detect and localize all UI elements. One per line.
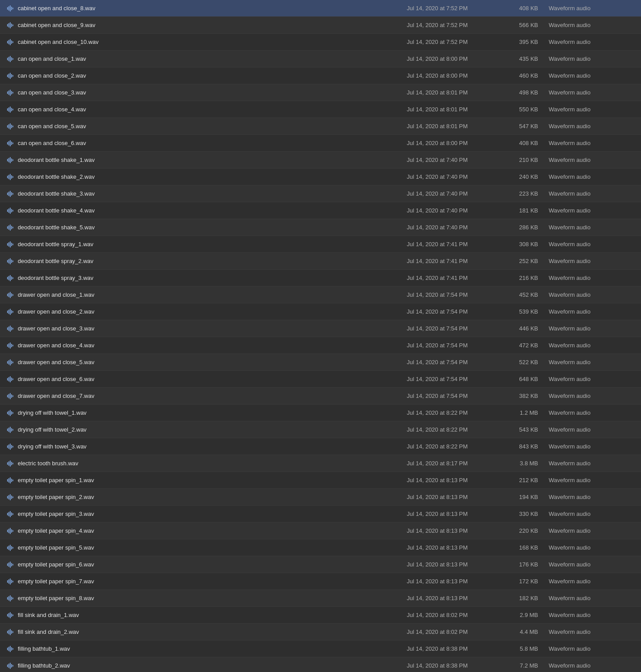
waveform-audio-icon	[6, 425, 15, 434]
svg-rect-198	[11, 664, 12, 668]
table-row[interactable]: can open and close_5.wav Jul 14, 2020 at…	[0, 118, 641, 135]
file-kind: Waveform audio	[549, 140, 637, 146]
file-size: 286 KB	[504, 224, 549, 231]
table-row[interactable]: fill sink and drain_1.wav Jul 14, 2020 a…	[0, 607, 641, 624]
svg-rect-53	[11, 175, 12, 179]
file-icon-cell	[4, 173, 18, 181]
file-kind: Waveform audio	[549, 22, 637, 28]
file-icon-cell	[4, 543, 18, 552]
svg-rect-113	[11, 377, 12, 381]
svg-rect-38	[11, 125, 12, 128]
table-row[interactable]: empty toilet paper spin_6.wav Jul 14, 20…	[0, 556, 641, 573]
file-icon-cell	[4, 493, 18, 502]
table-row[interactable]: cabinet open and close_8.wav Jul 14, 202…	[0, 0, 641, 17]
file-date: Jul 14, 2020 at 7:54 PM	[407, 308, 504, 315]
table-row[interactable]: drawer open and close_7.wav Jul 14, 2020…	[0, 388, 641, 405]
table-row[interactable]: empty toilet paper spin_3.wav Jul 14, 20…	[0, 506, 641, 523]
file-date: Jul 14, 2020 at 8:38 PM	[407, 645, 504, 652]
table-row[interactable]: empty toilet paper spin_8.wav Jul 14, 20…	[0, 590, 641, 607]
table-row[interactable]: fill sink and drain_2.wav Jul 14, 2020 a…	[0, 624, 641, 641]
svg-rect-181	[8, 613, 9, 617]
waveform-audio-icon	[6, 38, 15, 47]
file-date: Jul 14, 2020 at 8:00 PM	[407, 140, 504, 146]
file-name: drying off with towel_3.wav	[18, 443, 407, 450]
svg-rect-179	[12, 597, 13, 599]
table-row[interactable]: filling bathtub_2.wav Jul 14, 2020 at 8:…	[0, 657, 641, 672]
svg-rect-160	[7, 546, 8, 549]
table-row[interactable]: drawer open and close_6.wav Jul 14, 2020…	[0, 371, 641, 388]
table-row[interactable]: cabinet open and close_9.wav Jul 14, 202…	[0, 17, 641, 34]
table-row[interactable]: filling bathtub_1.wav Jul 14, 2020 at 8:…	[0, 641, 641, 657]
table-row[interactable]: drying off with towel_1.wav Jul 14, 2020…	[0, 405, 641, 421]
file-icon-cell	[4, 189, 18, 198]
file-name: deodorant bottle shake_1.wav	[18, 157, 407, 163]
svg-rect-172	[10, 578, 11, 585]
table-row[interactable]: deodorant bottle spray_2.wav Jul 14, 202…	[0, 253, 641, 270]
table-row[interactable]: deodorant bottle spray_1.wav Jul 14, 202…	[0, 236, 641, 253]
svg-rect-138	[11, 462, 12, 465]
table-row[interactable]: drying off with towel_3.wav Jul 14, 2020…	[0, 438, 641, 455]
table-row[interactable]: deodorant bottle shake_4.wav Jul 14, 202…	[0, 202, 641, 219]
table-row[interactable]: drying off with towel_2.wav Jul 14, 2020…	[0, 421, 641, 438]
table-row[interactable]: can open and close_4.wav Jul 14, 2020 at…	[0, 101, 641, 118]
svg-rect-190	[7, 648, 8, 650]
table-row[interactable]: empty toilet paper spin_1.wav Jul 14, 20…	[0, 472, 641, 489]
svg-rect-128	[11, 428, 12, 432]
file-name: empty toilet paper spin_8.wav	[18, 595, 407, 601]
table-row[interactable]: drawer open and close_1.wav Jul 14, 2020…	[0, 287, 641, 303]
table-row[interactable]: can open and close_1.wav Jul 14, 2020 at…	[0, 51, 641, 67]
svg-rect-85	[7, 294, 8, 296]
waveform-audio-icon	[6, 274, 15, 283]
table-row[interactable]: deodorant bottle shake_2.wav Jul 14, 202…	[0, 169, 641, 185]
svg-rect-49	[12, 159, 13, 161]
svg-rect-56	[8, 192, 9, 196]
file-kind: Waveform audio	[549, 376, 637, 382]
file-size: 7.2 MB	[504, 662, 549, 669]
table-row[interactable]: drawer open and close_2.wav Jul 14, 2020…	[0, 303, 641, 320]
file-date: Jul 14, 2020 at 7:40 PM	[407, 190, 504, 197]
svg-rect-76	[8, 259, 9, 263]
svg-rect-140	[7, 479, 8, 482]
file-kind: Waveform audio	[549, 241, 637, 248]
table-row[interactable]: can open and close_3.wav Jul 14, 2020 at…	[0, 84, 641, 101]
table-row[interactable]: electric tooth brush.wav Jul 14, 2020 at…	[0, 455, 641, 472]
table-row[interactable]: deodorant bottle shake_1.wav Jul 14, 202…	[0, 152, 641, 169]
svg-rect-41	[8, 141, 9, 145]
file-kind: Waveform audio	[549, 527, 637, 534]
waveform-audio-icon	[6, 628, 15, 637]
file-date: Jul 14, 2020 at 7:41 PM	[407, 241, 504, 248]
file-date: Jul 14, 2020 at 8:13 PM	[407, 544, 504, 551]
table-row[interactable]: empty toilet paper spin_4.wav Jul 14, 20…	[0, 523, 641, 539]
svg-rect-146	[8, 495, 9, 499]
file-kind: Waveform audio	[549, 426, 637, 433]
svg-rect-95	[7, 327, 8, 330]
waveform-audio-icon	[6, 55, 15, 63]
table-row[interactable]: deodorant bottle shake_3.wav Jul 14, 202…	[0, 185, 641, 202]
table-row[interactable]: can open and close_2.wav Jul 14, 2020 at…	[0, 67, 641, 84]
svg-rect-74	[12, 244, 13, 245]
file-date: Jul 14, 2020 at 7:54 PM	[407, 325, 504, 332]
file-date: Jul 14, 2020 at 8:01 PM	[407, 89, 504, 96]
waveform-audio-icon	[6, 257, 15, 266]
table-row[interactable]: empty toilet paper spin_2.wav Jul 14, 20…	[0, 489, 641, 506]
svg-rect-186	[8, 630, 9, 634]
table-row[interactable]: drawer open and close_5.wav Jul 14, 2020…	[0, 354, 641, 371]
svg-rect-18	[11, 57, 12, 61]
svg-rect-115	[7, 395, 8, 397]
file-name: deodorant bottle shake_3.wav	[18, 190, 407, 197]
table-row[interactable]: empty toilet paper spin_7.wav Jul 14, 20…	[0, 573, 641, 590]
file-icon-cell	[4, 139, 18, 148]
table-row[interactable]: cabinet open and close_10.wav Jul 14, 20…	[0, 34, 641, 51]
table-row[interactable]: drawer open and close_3.wav Jul 14, 2020…	[0, 320, 641, 337]
table-row[interactable]: empty toilet paper spin_5.wav Jul 14, 20…	[0, 539, 641, 556]
waveform-audio-icon	[6, 560, 15, 569]
table-row[interactable]: deodorant bottle spray_3.wav Jul 14, 202…	[0, 270, 641, 287]
file-list: cabinet open and close_8.wav Jul 14, 202…	[0, 0, 641, 672]
svg-rect-127	[10, 427, 11, 433]
table-row[interactable]: can open and close_6.wav Jul 14, 2020 at…	[0, 135, 641, 152]
file-kind: Waveform audio	[549, 477, 637, 483]
table-row[interactable]: drawer open and close_4.wav Jul 14, 2020…	[0, 337, 641, 354]
svg-rect-37	[10, 123, 11, 130]
table-row[interactable]: deodorant bottle shake_5.wav Jul 14, 202…	[0, 219, 641, 236]
svg-rect-170	[7, 580, 8, 583]
